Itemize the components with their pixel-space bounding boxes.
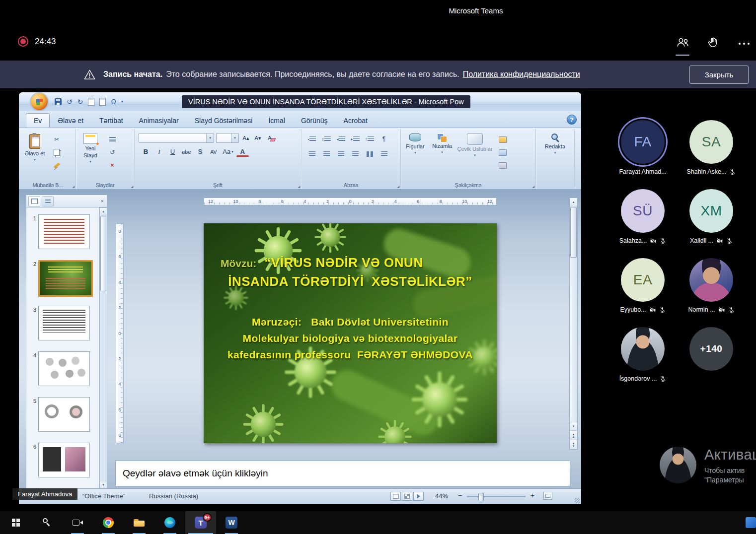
outline-tab[interactable] <box>42 196 54 206</box>
font-style-button-av[interactable]: AV <box>207 146 220 157</box>
next-slide-button[interactable]: ▼▼ <box>570 440 577 449</box>
line-spacing-button[interactable]: ↕ <box>363 134 376 144</box>
bullets-button[interactable]: • <box>305 134 318 144</box>
font-style-button-aa[interactable]: Aa <box>221 146 235 157</box>
shrink-font-button[interactable]: A▾ <box>253 133 263 143</box>
zoom-slider[interactable] <box>467 496 526 497</box>
office-button[interactable] <box>31 93 48 110</box>
quick-styles-button[interactable]: Çevik Uslublar ▾ <box>455 130 494 181</box>
theme-status[interactable]: “Office Theme” <box>82 492 125 500</box>
undo-icon[interactable]: ↺ <box>67 98 73 105</box>
dialog-launcher-icon[interactable]: ◢ <box>131 185 133 188</box>
pane-scroll-up-button[interactable]: ▲ <box>100 208 107 215</box>
align-text-button[interactable] <box>378 148 390 159</box>
taskbar-chrome-button[interactable] <box>93 511 124 534</box>
dialog-launcher-icon[interactable]: ◢ <box>532 185 534 188</box>
dialog-launcher-icon[interactable]: ◢ <box>72 185 75 188</box>
reset-slide-button[interactable]: ↺ <box>106 147 119 158</box>
format-painter-button[interactable] <box>50 160 63 171</box>
dialog-launcher-icon[interactable]: ◢ <box>397 185 399 188</box>
font-style-button-b[interactable]: B <box>140 146 152 157</box>
taskbar-tray-button[interactable] <box>743 511 756 534</box>
ppt-tab-i̇cmal[interactable]: İcmal <box>260 113 293 128</box>
font-size-combobox[interactable]: ▾ <box>216 133 239 143</box>
close-pane-button[interactable]: × <box>101 198 105 204</box>
slide-thumbnail-6[interactable] <box>38 443 90 477</box>
redo-icon[interactable]: ↻ <box>77 98 83 105</box>
participant-tile-eyyubova[interactable]: EAEyyubo... <box>608 258 677 327</box>
taskbar-search-button[interactable] <box>31 511 62 534</box>
font-name-combobox[interactable]: ▾ <box>139 133 214 143</box>
new-slide-button[interactable]: Yeni Slayd ▾ <box>77 130 104 181</box>
privacy-policy-link[interactable]: Политика конфиденциальности <box>463 70 580 79</box>
participant-tile-farayat[interactable]: FAFarayat Ahmad... <box>608 120 677 189</box>
dialog-launcher-icon[interactable]: ◢ <box>298 185 300 188</box>
delete-slide-button[interactable]: × <box>106 160 119 171</box>
scroll-down-button[interactable]: ▼ <box>570 422 577 430</box>
slide-thumbnail-1[interactable] <box>38 214 90 249</box>
pane-scroll-down-button[interactable]: ▼ <box>100 481 107 488</box>
scroll-up-button[interactable]: ▲ <box>570 198 577 206</box>
participant-tile-salahzada[interactable]: SÜSalahza... <box>608 189 677 258</box>
shape-effects-button[interactable] <box>496 160 509 171</box>
notes-area[interactable]: Qeydlər əlavə etmək üçün klikləyin <box>115 461 570 486</box>
taskbar-word-button[interactable] <box>216 511 247 534</box>
taskbar-edge-button[interactable] <box>154 511 185 534</box>
font-style-button-s[interactable]: S <box>194 146 206 157</box>
font-style-button-u[interactable]: U <box>166 146 179 157</box>
font-style-button-abe[interactable]: abe <box>180 146 193 157</box>
new-document-icon[interactable] <box>88 98 94 106</box>
clear-formatting-button[interactable]: A <box>265 133 275 143</box>
grow-font-button[interactable]: A▴ <box>241 133 251 143</box>
participant-tile-narmin[interactable]: Nərmin ... <box>677 258 746 327</box>
text-direction-button[interactable]: ¶ <box>378 134 390 144</box>
language-status[interactable]: Russian (Russia) <box>149 492 198 500</box>
previous-slide-button[interactable]: ▲▲ <box>570 430 577 440</box>
ppt-tab-görünüş[interactable]: Görünüş <box>293 113 336 128</box>
arrange-button[interactable]: Nizamla ▾ <box>429 130 455 181</box>
taskbar-explorer-button[interactable] <box>124 511 154 534</box>
shape-fill-button[interactable] <box>496 134 509 145</box>
numbering-button[interactable]: 1 <box>320 134 333 144</box>
scrollbar-thumb[interactable] <box>570 207 577 258</box>
font-style-button-i[interactable]: I <box>153 146 165 157</box>
print-preview-icon[interactable] <box>99 98 106 106</box>
normal-view-button[interactable] <box>390 492 401 501</box>
help-button[interactable]: ? <box>567 115 577 125</box>
ppt-tab-əlavə-et[interactable]: Əlavə et <box>50 113 91 128</box>
banner-close-button[interactable]: Закрыть <box>689 66 749 84</box>
slide-scrollbar[interactable]: ▲ ▼ ▲▲ ▼▼ <box>569 198 578 450</box>
ppt-tab-tərtibat[interactable]: Tərtibat <box>91 113 131 128</box>
zoom-out-button[interactable]: − <box>458 491 462 499</box>
slide-thumbnail-4[interactable] <box>38 351 90 386</box>
paste-button[interactable]: Əlavə et ▾ <box>21 130 48 181</box>
slide-layout-button[interactable] <box>106 134 119 145</box>
columns-button[interactable] <box>363 148 376 159</box>
copy-button[interactable] <box>50 147 63 158</box>
align-left-button[interactable] <box>305 148 318 159</box>
slide-sorter-view-button[interactable] <box>402 492 412 501</box>
align-center-button[interactable] <box>320 148 333 159</box>
symbol-icon[interactable]: Ω <box>111 98 116 105</box>
slide-thumbnail-3[interactable] <box>38 306 90 340</box>
participant-tile-overflow[interactable]: +140 <box>677 327 746 396</box>
cut-button[interactable]: ✂ <box>50 134 63 145</box>
pane-scrollbar-thumb[interactable] <box>100 216 106 291</box>
fit-to-window-button[interactable] <box>543 492 552 500</box>
participant-tile-xalidli[interactable]: XMXalidli ... <box>677 189 746 258</box>
raise-hand-button[interactable] <box>702 33 724 51</box>
ppt-tab-animasiyalar[interactable]: Animasiyalar <box>131 113 187 128</box>
ppt-tab-ev[interactable]: Ev <box>26 113 50 128</box>
ppt-tab-acrobat[interactable]: Acrobat <box>336 113 376 128</box>
participant-tile-isgandarov[interactable]: İsgəndərov ... <box>608 327 677 396</box>
taskbar-camera-button[interactable] <box>62 511 93 534</box>
save-icon[interactable] <box>55 98 62 105</box>
justify-button[interactable] <box>349 148 362 159</box>
qat-dropdown-icon[interactable]: ▾ <box>121 100 123 104</box>
slide-thumbnail-2[interactable] <box>38 260 93 297</box>
increase-indent-button[interactable]: ▸ <box>349 134 362 144</box>
shapes-button[interactable]: Figurlar ▾ <box>402 130 429 181</box>
slides-pane-scrollbar[interactable]: ▲ ▼ <box>99 207 107 489</box>
slide-thumbnail-5[interactable] <box>38 397 90 432</box>
taskbar-start-button[interactable] <box>0 511 31 534</box>
